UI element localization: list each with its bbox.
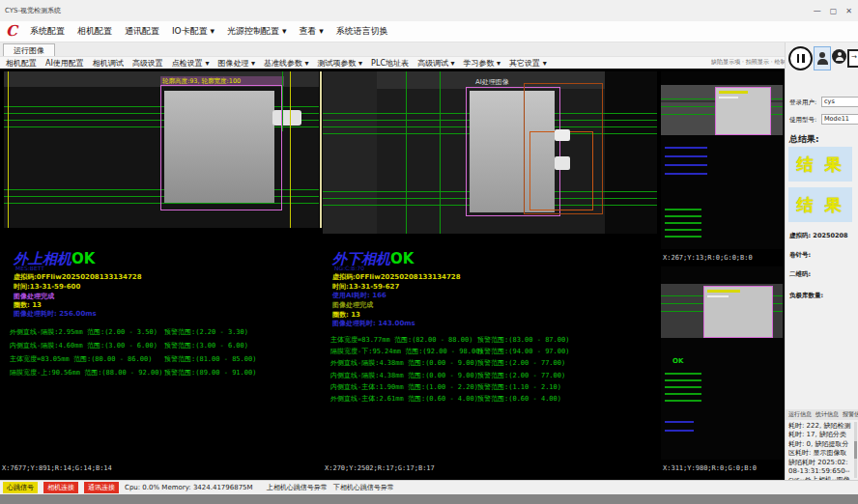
warn-range: 预警范围:(2.20 - 3.30) (164, 327, 248, 337)
measure-row: 内侧直线-隔膜:4.38mm 范围:(0.00 - 9.00) (330, 371, 478, 380)
menu-io-config[interactable]: IO卡配置 ▾ (172, 25, 214, 38)
minimize-icon[interactable]: — (814, 7, 821, 15)
status-bar: 心跳信号 相机连接 通讯连接 Cpu: 0.0% Memory: 3424.41… (0, 480, 858, 494)
tool-advanced-debug[interactable]: 高级调试 ▾ (417, 58, 455, 69)
user-icon (819, 52, 825, 58)
operator-icon (832, 49, 846, 64)
comm-connection-badge: 通讯连接 (84, 482, 119, 493)
result-indicator-1: 结 果 (788, 147, 852, 182)
middle-camera-viewport[interactable]: AI处理图像 (323, 71, 657, 234)
needle-number-field: 卷针号: (789, 251, 811, 260)
operator-button[interactable] (832, 46, 846, 64)
tool-camera-config[interactable]: 相机配置 (6, 58, 37, 69)
model-input[interactable]: Mode11 (821, 114, 858, 125)
left-barcode: 虚拟码:0FFIiw20250208133134728 (14, 272, 142, 282)
camera-connection-badge: 相机连接 (43, 482, 78, 493)
tab-strip: 运行图像 (0, 42, 858, 56)
warn-range: 预警范围:(81.00 - 85.00) (164, 354, 256, 364)
virtual-code-field: 虚拟码: 20250208 (789, 232, 848, 240)
warn-range: 预警范围:(0.60 - 4.00) (477, 394, 561, 404)
tab-run-info[interactable]: 运行信息 (788, 410, 812, 419)
tool-image-processing[interactable]: 图像处理 ▾ (217, 58, 255, 69)
tab-alarm-info[interactable]: 报警信息 (843, 410, 858, 419)
left-subtitle: MES:BETT (15, 265, 44, 271)
thumb2-cursor-coords: X:311;Y:980;R:0;G:0;B:0 (663, 464, 757, 472)
warn-range: 预警范围:(2.00 - 77.00) (477, 358, 565, 368)
tool-camera-debug[interactable]: 相机调试 (93, 58, 124, 69)
login-user-input[interactable]: cys (821, 97, 858, 107)
menu-system-config[interactable]: 系统配置 (30, 25, 65, 38)
qr-code-field: 二维码: (789, 270, 811, 279)
left-cursor-coords: X:7677;Y:891;R:14;G:14;B:14 (2, 464, 112, 472)
info-tab-bar: 运行信息 统计信息 报警信息 (786, 409, 858, 420)
measure-row: 内侧直线-隔膜:4.60mm 范围:(3.00 - 6.00) (10, 341, 157, 350)
login-user-button[interactable] (814, 46, 831, 70)
warn-range: 预警范围:(1.10 - 2.10) (477, 382, 561, 392)
menu-comm-config[interactable]: 通讯配置 (125, 25, 159, 38)
middle-barcode: 虚拟码:0FFIiw20250208133134728 (332, 272, 461, 282)
middle-subtitle: NG:C:B:70 (334, 265, 364, 271)
middle-ok-status: OK (390, 250, 414, 267)
measure-row: 主体宽度=83.77mm 范围:(82.00 - 88.00) (330, 335, 472, 345)
measure-row: 隔膜宽度-下:95.24mm 范围:(92.00 - 98.00) (330, 347, 484, 356)
tool-test-params[interactable]: 测试项参数 ▾ (318, 58, 363, 69)
title-bar: CYS-视觉检测系统 — ▢ ✕ (0, 0, 858, 21)
menu-camera-config[interactable]: 相机配置 (77, 25, 112, 38)
login-user-label: 登录用户: (789, 98, 816, 107)
tool-learning-params[interactable]: 学习参数 ▾ (464, 58, 501, 69)
detection-box (160, 85, 282, 210)
tool-advanced-settings[interactable]: 高级设置 (132, 58, 163, 69)
left-ok-status: OK (72, 250, 95, 267)
heartbeat-status-badge: 心跳信号 (3, 482, 38, 493)
edge-line-left (8, 71, 9, 228)
measure-row: 外侧直线-隔膜:2.95mm 范围:(2.00 - 3.50) (10, 327, 157, 337)
result-indicator-2: 结 果 (788, 187, 852, 222)
tool-baseline-params[interactable]: 基准线参数 ▾ (264, 58, 309, 69)
thumb2-ok-status: OK (672, 357, 683, 365)
thumb1-viewport[interactable] (661, 71, 783, 249)
exit-door-icon: → (847, 49, 858, 68)
lower-camera-heartbeat: 下相机心跳信号异常 (333, 483, 394, 492)
ai-image-label: AI处理图像 (475, 77, 509, 87)
tool-ai-config[interactable]: AI使用配置 (45, 58, 84, 69)
maximize-icon[interactable]: ▢ (830, 7, 838, 15)
exit-button[interactable]: → (847, 46, 858, 68)
left-camera-viewport[interactable]: 轮廓高度:93, 轮廓宽度:100 (4, 71, 319, 228)
warn-range: 预警范围:(3.00 - 6.00) (164, 341, 248, 350)
measure-row: 外侧直线-隔膜:4.38mm 范围:(0.00 - 9.00) (330, 358, 478, 368)
left-elapsed: 图像处理耗时: 256.00ms (14, 309, 97, 319)
contour-size-label: 轮廓高度:93, 轮廓宽度:100 (162, 77, 241, 86)
thumb2-viewport[interactable]: OK (661, 266, 783, 460)
pause-button[interactable] (788, 46, 813, 70)
measure-row: 内侧直线-主体:1.90mm 范围:(1.00 - 2.20) (330, 382, 478, 392)
measure-row: 隔膜宽度-上:90.56mm 范围:(88.00 - 92.00) (10, 368, 163, 378)
tab-stats-info[interactable]: 统计信息 (815, 410, 839, 419)
ai-roi-inner-box (529, 131, 593, 210)
middle-cursor-coords: X:270;Y:2502;R:17;G:17;B:17 (325, 464, 435, 472)
product-region (715, 87, 771, 135)
close-icon[interactable]: ✕ (845, 7, 852, 15)
thumb1-cursor-coords: X:267;Y:13;R:0;G:0;B:0 (663, 254, 753, 262)
info-scrollbar[interactable] (854, 422, 857, 478)
tool-plc-address[interactable]: PLC地址表 (371, 58, 409, 69)
cpu-memory-readout: Cpu: 0.0% Memory: 3424.41796875M (125, 484, 253, 491)
total-result-label: 总结果: (789, 133, 819, 146)
pause-icon (797, 54, 800, 63)
tool-spot-check[interactable]: 点检设置 ▾ (172, 58, 210, 69)
warn-range: 预警范围:(2.00 - 77.00) (477, 371, 565, 380)
menu-language-switch[interactable]: 系统语言切换 (336, 25, 388, 38)
highlight-spot (555, 129, 570, 141)
edge-line-right (290, 71, 291, 228)
warn-range: 预警范围:(94.00 - 97.00) (477, 347, 569, 356)
overlay-label-bg: 轮廓高度:93, 轮廓宽度:100 (160, 76, 284, 86)
middle-elapsed: 图像处理耗时: 143.00ms (332, 319, 415, 328)
sidebar: → 登录用户: cys 使用型号: Mode11 总结果: 结 果 结 果 虚拟… (785, 42, 858, 480)
menu-light-config[interactable]: 光源控制配置 ▾ (227, 25, 286, 38)
tool-other-settings[interactable]: 其它设置 ▾ (509, 58, 547, 69)
tab-run-image[interactable]: 运行图像 (3, 43, 55, 57)
panel-divider (320, 71, 322, 228)
measure-row: 外侧直线-主体:2.61mm 范围:(0.60 - 4.00) (330, 394, 478, 404)
app-window: CYS-视觉检测系统 — ▢ ✕ C 系统配置 相机配置 通讯配置 IO卡配置 … (0, 0, 858, 504)
menu-view[interactable]: 查看 ▾ (299, 25, 323, 38)
product-region (703, 286, 773, 338)
